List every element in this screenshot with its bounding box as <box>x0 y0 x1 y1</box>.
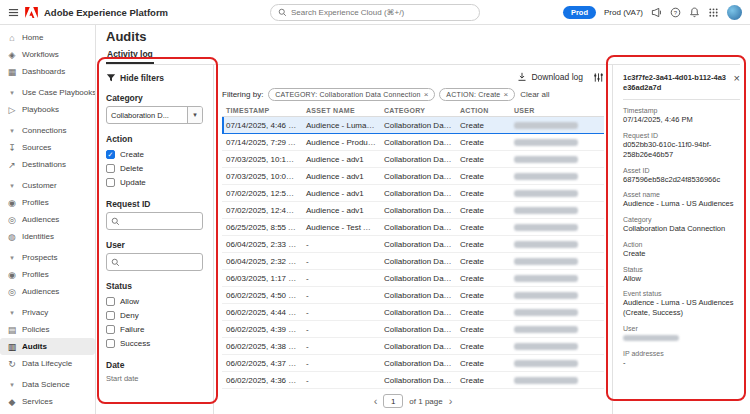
sidebar-item-audiences[interactable]: ◎Audiences <box>0 283 95 300</box>
redacted-user-text <box>514 343 578 350</box>
sidebar-section-use-case-playbooks[interactable]: ▾Use Case Playbooks <box>0 84 95 101</box>
table-row[interactable]: 06/02/2025, 4:37 PM-Collaboration Data C… <box>222 355 604 372</box>
detail-field: Event statusAudience - Luma - US Audienc… <box>623 290 740 318</box>
table-row[interactable]: 07/02/2025, 12:49 PMAudience - adv1Colla… <box>222 202 604 219</box>
data-lifecycle-icon: ↻ <box>7 359 17 369</box>
table-settings-icon[interactable] <box>593 72 604 83</box>
table-row[interactable]: 06/02/2025, 4:39 PM-Collaboration Data C… <box>222 321 604 338</box>
destinations-icon: ↗ <box>7 160 17 170</box>
action-delete-checkbox[interactable]: Delete <box>106 161 203 175</box>
table-row[interactable]: 07/02/2025, 12:57 PMAudience - adv1Colla… <box>222 185 604 202</box>
detail-field: Asset ID687596eb58c2d24f8536966c <box>623 167 740 185</box>
redacted-user-text <box>514 326 578 333</box>
table-row[interactable]: 06/04/2025, 2:33 PM-Collaboration Data C… <box>222 236 604 253</box>
help-icon[interactable]: ? <box>670 7 681 18</box>
detail-field: Asset nameAudience - Luma - US Audiences <box>623 191 740 209</box>
table-row[interactable]: 07/03/2025, 10:10 AMAudience - adv1Colla… <box>222 151 604 168</box>
chevron-down-icon: ▾ <box>7 89 17 97</box>
sidebar-item-profiles[interactable]: ◉Profiles <box>0 194 95 211</box>
user-avatar[interactable] <box>727 5 742 20</box>
sandbox-switcher[interactable]: Prod (VA7) <box>604 8 643 17</box>
status-success-checkbox[interactable]: Success <box>106 336 203 350</box>
request-id-input[interactable] <box>123 217 198 226</box>
sidebar-item-workflows[interactable]: ◈Workflows <box>0 46 95 63</box>
column-header-category[interactable]: CATEGORY <box>380 105 456 117</box>
sidebar-item-services[interactable]: ◆Services <box>0 393 95 410</box>
action-update-checkbox[interactable]: Update <box>106 175 203 189</box>
detail-fields: Timestamp07/14/2025, 4:46 PMRequest IDd0… <box>623 107 740 367</box>
redacted-user-text <box>514 275 578 282</box>
next-page-icon[interactable]: › <box>449 396 453 407</box>
close-icon[interactable]: × <box>734 73 740 84</box>
table-row[interactable]: 06/03/2025, 1:17 PM-Collaboration Data C… <box>222 270 604 287</box>
start-date-field[interactable]: Start date <box>106 374 203 383</box>
table-row[interactable]: 07/14/2025, 7:29 AMAudience - Production… <box>222 134 604 151</box>
status-deny-checkbox[interactable]: Deny <box>106 308 203 322</box>
remove-filter-icon[interactable]: × <box>424 90 429 99</box>
sidebar-section-customer[interactable]: ▾Customer <box>0 177 95 194</box>
column-header-action[interactable]: ACTION <box>456 105 510 117</box>
workflows-icon: ◈ <box>7 50 17 60</box>
announcements-icon[interactable] <box>651 7 662 18</box>
user-input[interactable] <box>123 258 198 267</box>
table-row[interactable]: 07/03/2025, 10:01 AMAudience - adv1Colla… <box>222 168 604 185</box>
sidebar-item-data-lifecycle[interactable]: ↻Data Lifecycle <box>0 355 95 372</box>
redacted-user-text <box>514 207 578 214</box>
remove-filter-icon[interactable]: × <box>503 90 508 99</box>
table-row[interactable]: 06/02/2025, 4:38 PM-Collaboration Data C… <box>222 338 604 355</box>
column-header-asset-name[interactable]: ASSET NAME <box>302 105 380 117</box>
sidebar-section-data-science[interactable]: ▾Data Science <box>0 376 95 393</box>
sidebar-item-home[interactable]: ⌂Home <box>0 29 95 46</box>
table-row[interactable]: 06/02/2025, 4:50 PM-Collaboration Data C… <box>222 287 604 304</box>
action-create-checkbox[interactable]: ✓Create <box>106 147 203 161</box>
user-search[interactable] <box>106 253 203 271</box>
page-number-input[interactable]: 1 <box>383 394 403 408</box>
identities-icon: ◍ <box>7 232 17 242</box>
global-search-input[interactable] <box>291 8 472 17</box>
table-row[interactable]: 06/04/2025, 2:32 PM-Collaboration Data C… <box>222 253 604 270</box>
header-actions: Prod Prod (VA7) ? <box>563 5 742 20</box>
search-icon <box>111 258 120 267</box>
chevron-down-icon: ▾ <box>7 381 17 389</box>
menu-icon[interactable] <box>8 7 19 18</box>
filter-chip: CATEGORY: Collaboration Data Connection× <box>268 88 435 101</box>
sidebar-item-identities[interactable]: ◍Identities <box>0 228 95 245</box>
sidebar-item-policies[interactable]: ▤Policies <box>0 321 95 338</box>
status-allow-checkbox[interactable]: Allow <box>106 294 203 308</box>
sidebar-item-audiences[interactable]: ◎Audiences <box>0 211 95 228</box>
notifications-bell-icon[interactable] <box>689 7 700 18</box>
chevron-down-icon: ▾ <box>187 107 202 123</box>
redacted-user-text <box>514 139 578 146</box>
sidebar-section-connections[interactable]: ▾Connections <box>0 122 95 139</box>
hide-filters-button[interactable]: Hide filters <box>106 73 203 83</box>
prod-button[interactable]: Prod <box>563 6 596 19</box>
filtering-by-label: Filtering by: <box>222 90 263 99</box>
global-search[interactable] <box>270 4 480 21</box>
download-log-button[interactable]: Download log <box>517 72 583 82</box>
table-row[interactable]: 06/02/2025, 4:36 PM-Collaboration Data C… <box>222 372 604 389</box>
app-window: Adobe Experience Platform Prod Prod (VA7… <box>0 0 750 414</box>
sidebar-item-profiles[interactable]: ◉Profiles <box>0 266 95 283</box>
sidebar-item-sources[interactable]: ↧Sources <box>0 139 95 156</box>
sidebar-section-privacy[interactable]: ▾Privacy <box>0 304 95 321</box>
home-icon: ⌂ <box>7 33 17 43</box>
table-header-row: TIMESTAMPASSET NAMECATEGORYACTIONUSER <box>222 105 604 117</box>
tab-activity-log[interactable]: Activity log <box>106 47 154 64</box>
download-log-label: Download log <box>531 72 583 82</box>
sidebar-item-dashboards[interactable]: ▦Dashboards <box>0 63 95 80</box>
request-id-search[interactable] <box>106 212 203 230</box>
sidebar-section-prospects[interactable]: ▾Prospects <box>0 249 95 266</box>
prev-page-icon[interactable]: ‹ <box>374 396 378 407</box>
sidebar-item-audits[interactable]: ▥Audits <box>0 338 95 355</box>
column-header-user[interactable]: USER <box>510 105 604 117</box>
app-switcher-icon[interactable] <box>708 7 719 18</box>
status-failure-checkbox[interactable]: Failure <box>106 322 203 336</box>
column-header-timestamp[interactable]: TIMESTAMP <box>222 105 302 117</box>
table-row[interactable]: 06/02/2025, 4:44 PM-Collaboration Data C… <box>222 304 604 321</box>
category-dropdown[interactable]: Collaboration D... ▾ <box>106 106 203 124</box>
table-row[interactable]: 06/25/2025, 8:55 AMAudience - Test AAM A… <box>222 219 604 236</box>
sidebar-item-playbooks[interactable]: ▷Playbooks <box>0 101 95 118</box>
clear-all-button[interactable]: Clear all <box>520 90 549 99</box>
table-row[interactable]: 07/14/2025, 4:46 PMAudience - Luma - US … <box>222 117 604 134</box>
sidebar-item-destinations[interactable]: ↗Destinations <box>0 156 95 173</box>
